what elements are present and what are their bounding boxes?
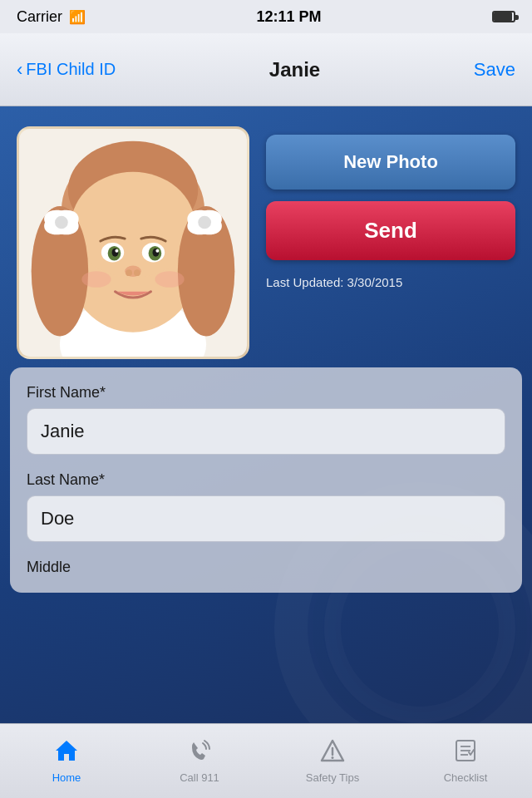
first-name-label: First Name* xyxy=(27,384,505,401)
status-right xyxy=(492,11,515,22)
checklist-tab-label: Checklist xyxy=(444,771,488,784)
child-photo-svg xyxy=(19,129,247,357)
svg-point-32 xyxy=(332,756,334,759)
save-button[interactable]: Save xyxy=(474,59,515,81)
svg-point-12 xyxy=(55,216,68,229)
svg-point-26 xyxy=(134,269,140,276)
tab-checklist[interactable]: Checklist xyxy=(399,739,532,784)
first-name-input[interactable] xyxy=(27,408,505,455)
send-button[interactable]: Send xyxy=(266,201,515,260)
home-icon xyxy=(54,739,79,768)
status-left: Carrier 📶 xyxy=(17,8,86,26)
photo-buttons: New Photo Send Last Updated: 3/30/2015 xyxy=(266,126,515,289)
last-name-input[interactable] xyxy=(27,495,505,542)
svg-point-22 xyxy=(115,249,118,253)
checklist-icon xyxy=(453,739,478,768)
tab-home[interactable]: Home xyxy=(0,739,133,784)
back-label: FBI Child ID xyxy=(26,60,116,79)
home-tab-label: Home xyxy=(52,771,81,784)
new-photo-button[interactable]: New Photo xyxy=(266,135,515,190)
svg-point-15 xyxy=(198,216,211,229)
tab-bar: Home Call 911 Safety Tips xyxy=(0,723,532,798)
main-content: New Photo Send Last Updated: 3/30/2015 F… xyxy=(0,106,532,723)
nav-title: Janie xyxy=(269,58,320,81)
svg-point-25 xyxy=(126,269,132,276)
tab-call911[interactable]: Call 911 xyxy=(133,739,266,784)
back-button[interactable]: ‹ FBI Child ID xyxy=(17,60,116,79)
last-updated-label: Last Updated: 3/30/2015 xyxy=(266,275,515,289)
svg-point-7 xyxy=(71,172,195,278)
wifi-icon: 📶 xyxy=(69,9,86,25)
call911-tab-label: Call 911 xyxy=(180,771,219,784)
nav-bar: ‹ FBI Child ID Janie Save xyxy=(0,33,532,106)
svg-point-23 xyxy=(155,249,159,253)
safety-tips-tab-label: Safety Tips xyxy=(306,771,359,784)
carrier-label: Carrier xyxy=(17,8,62,26)
child-photo[interactable] xyxy=(17,126,249,359)
status-time: 12:11 PM xyxy=(256,8,321,26)
form-section: First Name* Last Name* Middle xyxy=(10,367,522,593)
last-name-label: Last Name* xyxy=(27,471,505,489)
svg-marker-29 xyxy=(56,741,77,761)
warning-icon xyxy=(320,739,345,768)
status-bar: Carrier 📶 12:11 PM xyxy=(0,0,532,33)
svg-point-28 xyxy=(155,271,184,288)
middle-label: Middle xyxy=(27,559,505,576)
back-chevron-icon: ‹ xyxy=(17,61,22,79)
tab-safety-tips[interactable]: Safety Tips xyxy=(266,739,399,784)
svg-point-27 xyxy=(81,271,111,288)
battery-icon xyxy=(492,11,515,22)
phone-icon xyxy=(187,739,212,768)
photo-section: New Photo Send Last Updated: 3/30/2015 xyxy=(0,106,532,367)
